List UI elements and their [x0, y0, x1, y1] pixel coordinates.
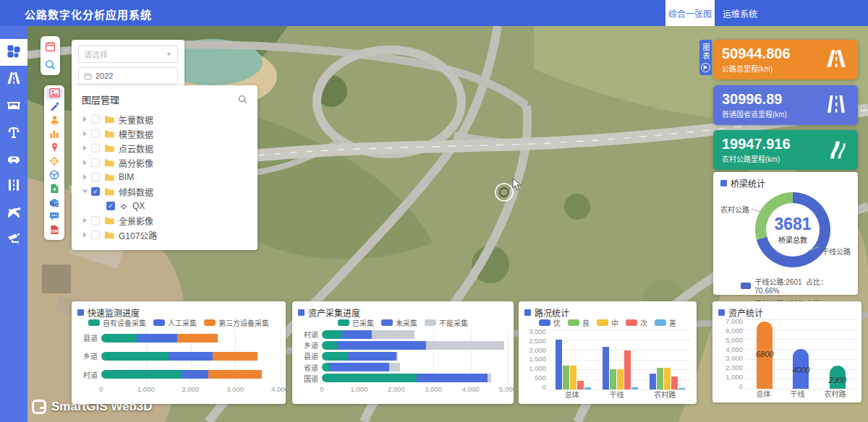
layer-label: 高分影像 — [119, 157, 153, 169]
layer-node[interactable]: 高分影像 — [82, 155, 247, 170]
category-label: 干线 — [609, 389, 624, 400]
legend-item: 未采集 — [381, 317, 417, 328]
card-title: 桥梁统计 — [731, 177, 765, 189]
legend-item: 中 — [597, 317, 618, 328]
bar — [650, 374, 656, 389]
bar-chart-icon — [49, 129, 59, 142]
expand-caret[interactable] — [83, 131, 87, 137]
interchange-icon — [7, 204, 21, 222]
bar-segment — [101, 352, 169, 361]
expand-caret[interactable] — [83, 232, 87, 238]
tab-comprehensive-map[interactable]: 综合一张图 — [665, 0, 715, 26]
layer-node[interactable]: 全景影像 — [82, 213, 247, 228]
legend-item: 不能采集 — [425, 317, 468, 328]
bar — [631, 387, 638, 389]
mouse-cursor — [512, 178, 522, 191]
road-condition-chart-card: 路况统计 优良中次差 3,0002,5002,0001,5001,0005000… — [519, 301, 697, 404]
bar — [657, 368, 663, 389]
tool-map-pin[interactable] — [46, 143, 63, 155]
sidebar-item-bridge[interactable] — [0, 92, 27, 119]
layer-checkbox[interactable] — [91, 129, 100, 138]
layer-node[interactable]: G107公路 — [82, 228, 247, 242]
tool-steering-wheel[interactable] — [46, 171, 63, 182]
axis-tick: 5,000 — [718, 338, 743, 343]
axis-tick: 3,000 — [718, 356, 743, 361]
chevron-down-icon: ▼ — [166, 51, 172, 58]
tool-document-add[interactable] — [46, 184, 63, 196]
x-axis: 01,0002,0003,0004,0005,000 — [322, 384, 508, 393]
sidebar-item-highway[interactable] — [0, 66, 27, 92]
highway-gis-app: SmartGIS Web3D 公路数字化分析应用系统 综合一张图 运维系统 请选… — [0, 0, 868, 422]
tool-image[interactable] — [46, 88, 63, 100]
search-icon[interactable] — [238, 95, 247, 104]
category-axis: 总体干线农村路 — [550, 389, 691, 399]
tool-comment[interactable] — [46, 212, 63, 223]
tool-box-gear[interactable] — [46, 198, 63, 210]
search-icon[interactable] — [45, 59, 56, 70]
layer-checkbox[interactable] — [91, 173, 100, 181]
bar-value-label: 4000 — [792, 366, 809, 374]
sidebar-item-streetlight[interactable] — [0, 119, 27, 146]
folder-icon — [104, 173, 114, 181]
sidebar-item-dashboard[interactable] — [0, 39, 27, 66]
left-sidebar — [0, 26, 27, 422]
layer-checkbox[interactable]: ✓ — [106, 202, 115, 210]
bar — [556, 340, 562, 389]
sidebar-item-car[interactable] — [0, 146, 27, 173]
expand-caret[interactable] — [83, 145, 87, 151]
bridge-donut-chart: 3681 桥梁总数 农村公路 干线公路 — [720, 191, 851, 272]
tool-pdf[interactable] — [46, 225, 63, 237]
sidebar-item-cctv-camera[interactable] — [0, 226, 27, 253]
expand-caret[interactable] — [83, 174, 87, 180]
expand-caret[interactable] — [83, 160, 87, 165]
layer-checkbox[interactable] — [91, 231, 100, 239]
tool-person-pin[interactable] — [46, 116, 63, 127]
national-road-icon — [823, 93, 849, 118]
folder-icon — [104, 115, 114, 124]
layer-node[interactable]: 矢量数据 — [82, 112, 247, 126]
tool-pen[interactable] — [46, 102, 63, 113]
map-navigation-ring[interactable] — [495, 183, 514, 202]
tool-target[interactable] — [46, 157, 63, 168]
layer-label: 全景影像 — [119, 215, 153, 227]
expand-caret[interactable] — [82, 190, 88, 194]
bar-segment — [213, 352, 258, 361]
calendar-icon[interactable] — [45, 41, 56, 52]
sidebar-item-interchange[interactable] — [0, 199, 27, 226]
bar-segment — [337, 341, 426, 350]
axis-tick: 1,000 — [718, 375, 743, 379]
bar — [610, 369, 616, 389]
layer-node-child[interactable]: ✓ QX — [82, 199, 247, 213]
layer-checkbox[interactable] — [91, 158, 100, 167]
layer-node[interactable]: ✓ 倾斜数据 — [82, 184, 247, 199]
expand-caret[interactable] — [83, 218, 87, 223]
layer-checkbox[interactable] — [91, 216, 100, 225]
layer-checkbox[interactable]: ✓ — [91, 187, 100, 196]
layer-checkbox[interactable] — [91, 115, 100, 124]
layer-node[interactable]: BIM — [82, 170, 247, 184]
layer-checkbox[interactable] — [91, 144, 100, 152]
layer-label: QX — [132, 201, 145, 211]
layer-node[interactable]: 点云数据 — [82, 141, 247, 155]
dashboard-icon — [7, 44, 21, 61]
bar-segment — [208, 370, 262, 379]
quick-tools-panel — [41, 36, 60, 75]
expand-caret[interactable] — [83, 116, 87, 122]
tab-ops-system[interactable]: 运维系统 — [720, 0, 760, 26]
chart-panel-toggle[interactable]: 图表 ▶ — [699, 40, 712, 75]
axis-tick: 6,000 — [718, 329, 743, 333]
bar — [603, 347, 609, 389]
region-select[interactable]: 请选择 ▼ — [78, 46, 178, 63]
layer-panel-title: 图层管理 — [82, 92, 119, 106]
layer-label: BIM — [119, 172, 134, 182]
sidebar-item-road-lanes[interactable] — [0, 173, 27, 199]
gridline — [746, 389, 856, 389]
tool-bar-chart[interactable] — [46, 129, 63, 141]
layer-node[interactable]: 模型数据 — [82, 126, 247, 141]
stat-label: 公路总里程(km) — [722, 63, 791, 74]
year-picker[interactable]: 2022 — [78, 67, 178, 85]
donut-ring: 3681 桥梁总数 — [755, 192, 830, 267]
tool-rail — [44, 85, 64, 240]
bar-segment — [322, 330, 342, 339]
donut-legend-item: 干线公路:2601 占比： 70.66% — [741, 276, 851, 295]
